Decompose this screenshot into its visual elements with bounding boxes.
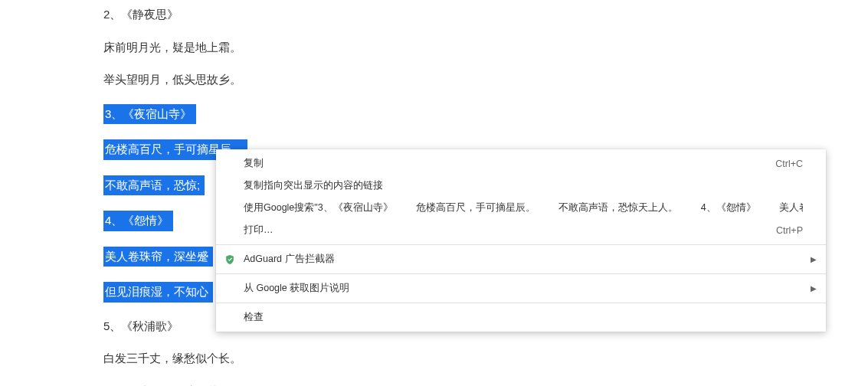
menu-item-image-desc[interactable]: 从 Google 获取图片说明 ▶ <box>216 277 826 299</box>
menu-item-print[interactable]: 打印… Ctrl+P <box>216 219 826 241</box>
heading-2: 2、《静夜思》 <box>103 6 179 24</box>
text-line: 举头望明月，低头思故乡。 <box>103 71 241 89</box>
menu-label: 从 Google 获取图片说明 <box>244 282 803 295</box>
text-line: 白发三千丈，缘愁似个长。 <box>103 350 241 368</box>
menu-label: 复制指向突出显示的内容的链接 <box>244 179 803 192</box>
text-line: 床前明月光，疑是地上霜。 <box>103 39 241 57</box>
menu-item-inspect[interactable]: 检查 <box>216 306 826 329</box>
menu-label: 检查 <box>244 311 803 324</box>
menu-label: 使用Google搜索"3、《夜宿山寺》 危楼高百尺，手可摘星辰。 不敢高声语，恐… <box>244 201 803 214</box>
menu-shortcut: Ctrl+C <box>775 159 803 169</box>
menu-item-copy[interactable]: 复制 Ctrl+C <box>216 152 826 175</box>
text-line: 不知明镜里，何处得秋霜。 <box>103 383 241 387</box>
menu-item-copy-link[interactable]: 复制指向突出显示的内容的链接 <box>216 175 826 197</box>
shield-icon <box>224 254 236 266</box>
context-menu: 复制 Ctrl+C 复制指向突出显示的内容的链接 使用Google搜索"3、《夜… <box>216 149 826 332</box>
text-line-selected: 不敢高声语，恐惊; <box>103 175 205 196</box>
menu-divider <box>216 273 826 274</box>
menu-item-adguard[interactable]: AdGuard 广告拦截器 ▶ <box>216 248 826 270</box>
text-line-selected: 但见泪痕湿，不知心 <box>103 282 213 303</box>
chevron-right-icon: ▶ <box>811 284 817 293</box>
heading-4-selected: 4、《怨情》 <box>103 211 173 231</box>
menu-label: 复制 <box>244 157 763 170</box>
menu-divider <box>216 303 826 303</box>
heading-5: 5、《秋浦歌》 <box>103 318 179 335</box>
menu-shortcut: Ctrl+P <box>776 225 803 236</box>
chevron-right-icon: ▶ <box>811 255 817 263</box>
heading-3-selected: 3、《夜宿山寺》 <box>103 104 196 125</box>
menu-label: 打印… <box>244 224 764 237</box>
menu-divider <box>216 244 826 245</box>
menu-item-search[interactable]: 使用Google搜索"3、《夜宿山寺》 危楼高百尺，手可摘星辰。 不敢高声语，恐… <box>216 197 826 219</box>
menu-label: AdGuard 广告拦截器 <box>244 253 803 266</box>
text-line-selected: 美人卷珠帘，深坐蹙 <box>103 247 213 267</box>
